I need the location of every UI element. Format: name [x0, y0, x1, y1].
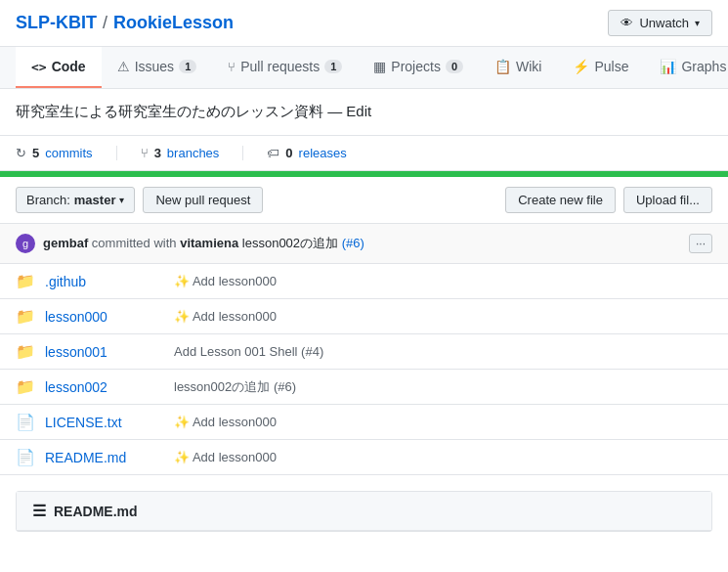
tab-issues[interactable]: ⚠ Issues 1: [102, 47, 213, 88]
more-button[interactable]: ···: [689, 234, 712, 253]
latest-commit-row: g gembaf committed with vitamiena lesson…: [0, 224, 728, 264]
file-name[interactable]: lesson001: [45, 344, 162, 360]
projects-badge: 0: [446, 60, 463, 73]
commits-label: commits: [45, 146, 92, 160]
releases-stat[interactable]: 🏷 0 releases: [243, 146, 369, 160]
caret-icon: ▾: [695, 18, 700, 28]
repo-header: SLP-KBIT / RookieLesson 👁 Unwatch ▾: [0, 0, 728, 47]
tab-wiki[interactable]: 📋 Wiki: [479, 47, 557, 88]
commits-count: 5: [32, 146, 39, 160]
folder-icon: 📁: [16, 342, 33, 361]
commit-message: lesson002の追加: [242, 236, 338, 250]
branch-right: Create new file Upload fil...: [505, 187, 712, 213]
sparkle-icon: ✨: [174, 450, 190, 464]
commit-text: gembaf committed with vitamiena lesson00…: [43, 235, 681, 252]
code-icon: <>: [31, 60, 47, 74]
table-row: 📄LICENSE.txt✨ Add lesson000: [0, 405, 728, 440]
table-row: 📁lesson001Add Lesson 001 Shell (#4): [0, 334, 728, 370]
file-list: 📁.github✨ Add lesson000📁lesson000✨ Add l…: [0, 264, 728, 475]
file-commit-message: ✨ Add lesson000: [174, 309, 712, 324]
title-separator: /: [103, 13, 107, 33]
readme-title: README.md: [54, 504, 138, 519]
tab-pull-requests[interactable]: ⑂ Pull requests 1: [212, 47, 358, 88]
branch-label-text: Branch:: [26, 193, 70, 207]
branch-selector[interactable]: Branch: master ▾: [16, 187, 135, 213]
tab-pulse-label: Pulse: [594, 59, 628, 74]
pulse-icon: ⚡: [573, 59, 589, 74]
file-commit-message: ✨ Add lesson000: [174, 274, 712, 288]
commit-author[interactable]: gembaf: [43, 236, 88, 250]
file-name[interactable]: .github: [45, 274, 162, 289]
branch-name: master: [74, 193, 116, 207]
issues-icon: ⚠: [117, 59, 130, 74]
folder-icon: 📁: [16, 272, 33, 290]
issues-badge: 1: [179, 60, 196, 73]
branches-label: branches: [167, 146, 219, 160]
file-name[interactable]: lesson002: [45, 379, 162, 395]
releases-icon: 🏷: [267, 146, 279, 160]
eye-icon: 👁: [621, 16, 633, 30]
file-commit-message: ✨ Add lesson000: [174, 415, 712, 429]
file-commit-message: Add Lesson 001 Shell (#4): [174, 344, 712, 359]
branches-stat[interactable]: ⑂ 3 branches: [117, 146, 244, 160]
branch-left: Branch: master ▾ New pull request: [16, 187, 263, 213]
repo-nav: <> Code ⚠ Issues 1 ⑂ Pull requests 1 ▦ P…: [0, 47, 728, 89]
tab-graphs-label: Graphs: [681, 59, 726, 74]
folder-icon: 📁: [16, 307, 33, 326]
folder-icon: 📁: [16, 377, 33, 396]
tab-pr-label: Pull requests: [240, 59, 320, 74]
org-link[interactable]: SLP-KBIT: [16, 13, 97, 33]
tab-pulse[interactable]: ⚡ Pulse: [557, 47, 644, 88]
readme-icon: ☰: [32, 502, 46, 520]
create-new-file-button[interactable]: Create new file: [505, 187, 616, 213]
file-commit-message: lesson002の追加 (#6): [174, 378, 712, 396]
upload-files-button[interactable]: Upload fil...: [623, 187, 712, 213]
branches-count: 3: [154, 146, 161, 160]
tab-issues-label: Issues: [135, 59, 174, 74]
sparkle-icon: ✨: [174, 309, 190, 324]
commit-committer[interactable]: vitamiena: [180, 236, 238, 250]
commit-issue-link[interactable]: (#6): [342, 236, 364, 250]
releases-count: 0: [285, 146, 292, 160]
table-row: 📄README.md✨ Add lesson000: [0, 440, 728, 475]
commits-stat[interactable]: ↻ 5 commits: [16, 146, 117, 160]
branch-row: Branch: master ▾ New pull request Create…: [0, 177, 728, 224]
avatar-initial: g: [22, 238, 28, 249]
table-row: 📁lesson002lesson002の追加 (#6): [0, 370, 728, 405]
readme-header: ☰ README.md: [17, 492, 711, 531]
unwatch-label: Unwatch: [639, 16, 689, 30]
tab-projects[interactable]: ▦ Projects 0: [358, 47, 479, 88]
branch-caret-icon: ▾: [119, 195, 124, 205]
branches-icon: ⑂: [141, 146, 149, 160]
file-icon: 📄: [16, 413, 33, 431]
avatar: g: [16, 234, 35, 253]
commits-icon: ↻: [16, 146, 26, 160]
graphs-icon: 📊: [660, 59, 676, 74]
wiki-icon: 📋: [494, 59, 511, 74]
table-row: 📁.github✨ Add lesson000: [0, 264, 728, 299]
repo-title: SLP-KBIT / RookieLesson: [16, 13, 234, 33]
file-icon: 📄: [16, 448, 33, 466]
tab-wiki-label: Wiki: [516, 59, 541, 74]
tab-code-label: Code: [52, 59, 86, 74]
sparkle-icon: ✨: [174, 274, 190, 288]
file-name[interactable]: lesson000: [45, 309, 162, 325]
table-row: 📁lesson000✨ Add lesson000: [0, 299, 728, 334]
sparkle-icon: ✨: [174, 415, 190, 429]
new-pr-button[interactable]: New pull request: [143, 187, 263, 213]
file-name[interactable]: LICENSE.txt: [45, 415, 162, 430]
stats-bar: ↻ 5 commits ⑂ 3 branches 🏷 0 releases: [0, 136, 728, 171]
file-name[interactable]: README.md: [45, 450, 162, 465]
file-commit-message: ✨ Add lesson000: [174, 450, 712, 464]
pr-badge: 1: [324, 60, 342, 73]
commit-action: committed with: [92, 236, 177, 250]
tab-graphs[interactable]: 📊 Graphs: [644, 47, 728, 88]
projects-icon: ▦: [373, 59, 386, 74]
tab-code[interactable]: <> Code: [16, 47, 102, 88]
releases-label: releases: [299, 146, 347, 160]
unwatch-button[interactable]: 👁 Unwatch ▾: [608, 10, 712, 36]
readme-section: ☰ README.md: [16, 491, 712, 532]
pr-icon: ⑂: [228, 60, 236, 74]
repo-link[interactable]: RookieLesson: [113, 13, 234, 33]
tab-projects-label: Projects: [391, 59, 441, 74]
